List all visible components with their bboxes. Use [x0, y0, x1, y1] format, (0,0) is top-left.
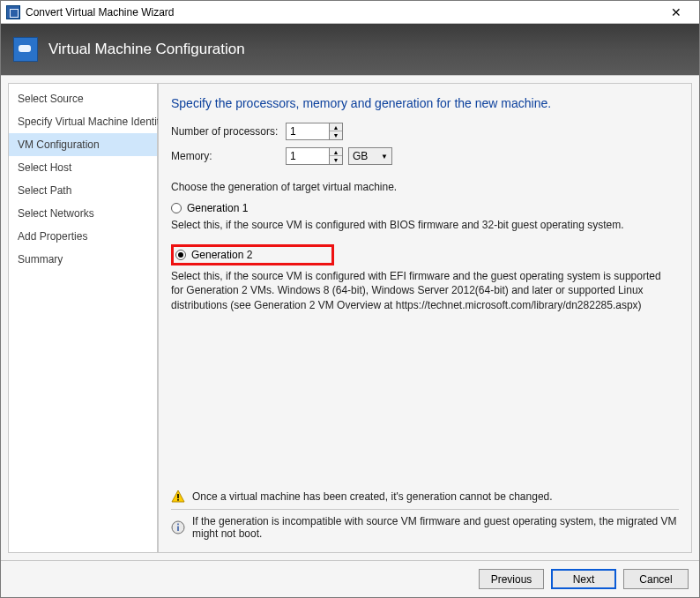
- spin-down-icon[interactable]: ▼: [330, 156, 342, 164]
- processors-label: Number of processors:: [171, 125, 286, 138]
- generation1-description: Select this, if the source VM is configu…: [171, 218, 665, 232]
- window-title: Convert Virtual Machine Wizard: [26, 6, 659, 19]
- titlebar: Convert Virtual Machine Wizard ✕: [1, 1, 699, 24]
- memory-label: Memory:: [171, 150, 286, 162]
- memory-spin-buttons[interactable]: ▲ ▼: [330, 147, 343, 165]
- spin-up-icon[interactable]: ▲: [330, 123, 342, 131]
- generation1-option[interactable]: Generation 1: [171, 202, 679, 214]
- memory-unit-select[interactable]: GB ▼: [348, 147, 392, 165]
- chevron-down-icon: ▼: [381, 153, 388, 161]
- svg-rect-2: [177, 499, 179, 501]
- sidebar-item-select-path[interactable]: Select Path: [9, 179, 157, 202]
- processors-row: Number of processors: ▲ ▼: [171, 123, 679, 140]
- body: Select Source Specify Virtual Machine Id…: [1, 75, 699, 560]
- footer: Previous Next Cancel: [1, 560, 699, 597]
- memory-input[interactable]: [286, 147, 330, 165]
- sidebar-item-specify-identity[interactable]: Specify Virtual Machine Identity: [9, 110, 157, 133]
- spin-up-icon[interactable]: ▲: [330, 148, 342, 156]
- sidebar-item-summary[interactable]: Summary: [9, 248, 157, 271]
- page-heading: Specify the processors, memory and gener…: [171, 96, 679, 110]
- sidebar-item-vm-configuration[interactable]: VM Configuration: [9, 133, 157, 156]
- warning-row: Once a virtual machine has been created,…: [171, 484, 679, 509]
- sidebar-item-add-properties[interactable]: Add Properties: [9, 225, 157, 248]
- processors-spinner[interactable]: ▲ ▼: [286, 123, 343, 140]
- svg-rect-1: [177, 494, 179, 498]
- processors-spin-buttons[interactable]: ▲ ▼: [330, 123, 343, 140]
- close-icon[interactable]: ✕: [659, 5, 694, 19]
- sidebar-item-select-networks[interactable]: Select Networks: [9, 202, 157, 225]
- generation2-description: Select this, if the source VM is configu…: [171, 269, 665, 312]
- info-icon: [171, 520, 185, 534]
- generation2-radio[interactable]: [175, 250, 186, 260]
- next-button[interactable]: Next: [551, 569, 616, 589]
- memory-spinner[interactable]: ▲ ▼: [286, 147, 343, 165]
- memory-unit-value: GB: [353, 150, 368, 162]
- banner-title: Virtual Machine Configuration: [48, 41, 245, 58]
- content-panel: Specify the processors, memory and gener…: [158, 83, 692, 553]
- svg-rect-5: [177, 524, 179, 526]
- spin-down-icon[interactable]: ▼: [330, 131, 342, 139]
- cancel-button[interactable]: Cancel: [623, 569, 689, 589]
- generation2-option[interactable]: Generation 2: [175, 249, 252, 261]
- memory-row: Memory: ▲ ▼ GB ▼: [171, 147, 679, 165]
- sidebar-item-select-source[interactable]: Select Source: [9, 87, 157, 110]
- warning-text: Once a virtual machine has been created,…: [192, 490, 553, 503]
- generation2-label: Generation 2: [191, 249, 252, 261]
- previous-button[interactable]: Previous: [479, 569, 544, 589]
- banner: Virtual Machine Configuration: [1, 24, 699, 75]
- sidebar: Select Source Specify Virtual Machine Id…: [8, 83, 158, 553]
- sidebar-item-select-host[interactable]: Select Host: [9, 156, 157, 179]
- svg-rect-4: [177, 527, 179, 532]
- generation-prompt: Choose the generation of target virtual …: [171, 181, 679, 193]
- info-row: If the generation is incompatible with s…: [171, 509, 679, 545]
- banner-icon: [13, 37, 38, 62]
- wizard-window: Convert Virtual Machine Wizard ✕ Virtual…: [0, 0, 700, 598]
- warning-icon: [171, 490, 185, 504]
- generation2-highlight: Generation 2: [171, 244, 334, 265]
- generation1-radio[interactable]: [171, 203, 182, 213]
- generation1-label: Generation 1: [187, 202, 248, 214]
- info-text: If the generation is incompatible with s…: [192, 515, 679, 540]
- app-icon: [6, 5, 20, 19]
- processors-input[interactable]: [286, 123, 330, 140]
